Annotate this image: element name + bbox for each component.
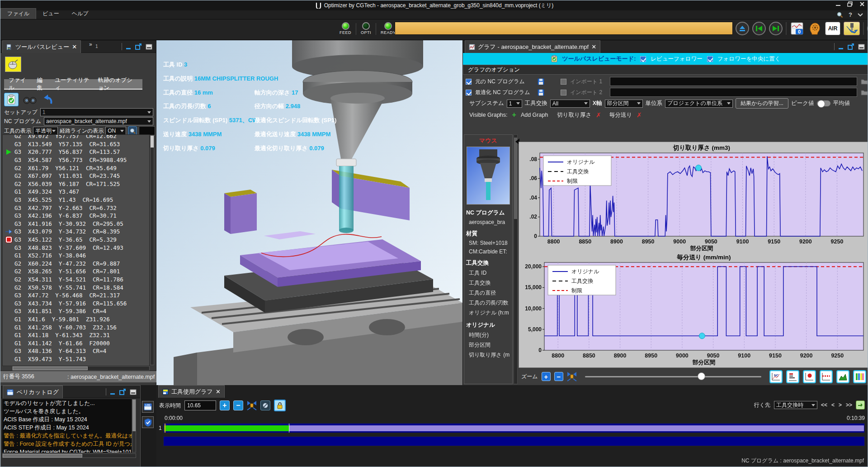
graph-type-dashes-button[interactable] bbox=[820, 370, 833, 383]
gcode-row[interactable]: G3 X41.851 Y-59.386 CR=4 bbox=[3, 307, 149, 315]
no-zoom-button[interactable] bbox=[260, 400, 270, 410]
review-menu-item[interactable]: 軌跡のオプション bbox=[98, 76, 138, 92]
gcode-hscrollbar[interactable] bbox=[12, 366, 150, 371]
import1-checkbox[interactable] bbox=[561, 79, 566, 85]
save-icon[interactable] bbox=[538, 89, 544, 96]
timeline-nav-button[interactable]: << bbox=[821, 402, 827, 408]
log-vscrollbar[interactable] bbox=[132, 399, 136, 453]
graph-options-header[interactable]: グラフのオプション bbox=[463, 65, 868, 75]
sidebar-scrollbar[interactable] bbox=[514, 134, 518, 384]
tool-display-select[interactable]: 半透明 bbox=[33, 127, 58, 135]
folder-icon[interactable] bbox=[861, 89, 868, 95]
gcode-row[interactable]: G1 X52.716 Y-38.046 bbox=[3, 252, 149, 260]
chart-thickness[interactable]: 8800885089008950900090509100915092009250… bbox=[521, 144, 867, 253]
gcode-row[interactable]: G1 X41.142 Y-61.66 F20000 bbox=[3, 339, 149, 347]
tab-vericut-log[interactable]: LOG ベリカットログ bbox=[3, 386, 63, 398]
tool-arrow-icon[interactable] bbox=[844, 22, 860, 35]
add-graph-icon[interactable]: + bbox=[512, 111, 516, 119]
chart-feedrate[interactable]: 8800885089008950900090509100915092009250… bbox=[521, 253, 867, 367]
gcode-row[interactable]: G3 X48.136 Y-64.313 CR=4 bbox=[3, 347, 149, 355]
gcode-row[interactable]: G1 X41.258 Y-60.703 Z32.156 bbox=[3, 323, 149, 331]
minimize-icon[interactable] bbox=[835, 1, 841, 7]
units-select[interactable]: プロジェクトの単位系 bbox=[665, 100, 733, 108]
review-menu-item[interactable]: ファイル bbox=[9, 76, 28, 92]
panel-restore-icon[interactable] bbox=[858, 44, 865, 50]
review-menu-item[interactable]: ユーティリティ bbox=[55, 76, 90, 92]
subsystem-select[interactable]: 1 bbox=[507, 100, 522, 108]
import2-field[interactable] bbox=[610, 88, 857, 97]
gcode-row[interactable]: G1 X59.473 Y-51.743 bbox=[3, 355, 149, 363]
peak-average-toggle[interactable] bbox=[817, 100, 830, 106]
save-icon[interactable] bbox=[538, 78, 544, 85]
timeline-cursor[interactable] bbox=[165, 424, 165, 433]
log-view-button[interactable]: LOG bbox=[142, 401, 154, 413]
learn-head-icon[interactable] bbox=[807, 21, 822, 36]
toolchange-select[interactable]: All bbox=[550, 100, 590, 108]
panel-popout-icon[interactable] bbox=[848, 43, 854, 50]
simulation-viewport[interactable]: 工具 ID 3工具の説明 16MM CHIPSPLITTER ROUGH工具の直… bbox=[156, 40, 462, 385]
gcode-row[interactable]: G3 X42.196 Y-6.837 CR=30.71 bbox=[3, 212, 149, 220]
gcode-row[interactable]: G3 X13.549 Y57.135 CR=31.653 bbox=[3, 140, 149, 148]
gcode-row[interactable]: G2 X61.79 Y56.121 CR=35.649 bbox=[3, 164, 149, 172]
tab-graph[interactable]: グラフ - aerospace_bracket_alternate.mpf ✕ bbox=[465, 40, 600, 53]
panel-minimize-icon[interactable] bbox=[838, 44, 844, 50]
learn-from-results-button[interactable]: 結果からの学習... bbox=[736, 98, 788, 109]
setup-select[interactable]: 1 bbox=[40, 108, 153, 116]
graph-type-report-button[interactable] bbox=[786, 370, 799, 383]
goto-select[interactable]: 工具交換時 bbox=[774, 401, 817, 409]
chevron-down-icon[interactable] bbox=[858, 13, 863, 17]
nc-program-select[interactable]: aerospace_bracket_alternate.mpf bbox=[44, 117, 153, 125]
menu-file[interactable]: ファイル bbox=[0, 8, 36, 19]
zoom-slider[interactable] bbox=[585, 376, 761, 377]
zoom-slider-thumb[interactable] bbox=[698, 372, 705, 380]
mouse-mode-button[interactable] bbox=[5, 57, 21, 72]
search-binoculars-icon[interactable] bbox=[23, 95, 37, 105]
undo-icon[interactable] bbox=[41, 94, 54, 105]
tab-tool-usage[interactable]: 工具使用グラフ ✕ bbox=[158, 385, 225, 398]
timeline-nav-button[interactable]: < bbox=[831, 402, 835, 408]
eject-button[interactable] bbox=[736, 22, 749, 35]
gcode-row[interactable]: G2 X60.224 Y-47.232 CR=9.887 bbox=[3, 260, 149, 268]
graph-type-area-button[interactable] bbox=[836, 370, 849, 383]
path-display-select[interactable]: ON bbox=[105, 127, 126, 135]
menu-help[interactable]: ヘルプ bbox=[66, 9, 95, 19]
xaxis-select[interactable]: 部分区間 bbox=[605, 100, 643, 108]
timeline-nav-button[interactable]: > bbox=[839, 402, 842, 408]
remove-graph2-icon[interactable]: ✗ bbox=[637, 111, 642, 119]
log-body[interactable]: モデルのリセットが完了しました...ツールパスを巻き戻しました。ACIS Bas… bbox=[2, 399, 132, 453]
optimized-nc-checkbox[interactable] bbox=[466, 90, 472, 95]
close-icon[interactable] bbox=[859, 1, 865, 7]
timeline-fit-icon[interactable] bbox=[247, 400, 257, 410]
gcode-row[interactable]: G3 X47.72 Y-56.468 CR=21.317 bbox=[3, 291, 149, 300]
gcode-row[interactable]: G1 X49.324 Y3.467 bbox=[3, 188, 149, 196]
tab-overflow-icon[interactable]: » bbox=[89, 41, 92, 48]
tab-toolpath-review[interactable]: NC ツールパスレビュー ✕ bbox=[2, 40, 81, 53]
gcode-row[interactable]: G2 X50.578 Y-55.741 CR=18.584 bbox=[3, 283, 149, 291]
zoom-out-button[interactable]: − bbox=[554, 372, 563, 381]
air-button[interactable]: AIR bbox=[825, 22, 840, 35]
gcode-row[interactable]: G2 X54.311 Y-54.521 CR=11.786 bbox=[3, 276, 149, 284]
gcode-row[interactable]: G1 X41.6 Y-59.801 Z31.926 bbox=[3, 315, 149, 324]
help-icon[interactable]: ? bbox=[849, 11, 852, 18]
zoom-search-button[interactable] bbox=[128, 126, 137, 135]
original-nc-checkbox[interactable] bbox=[466, 79, 472, 85]
gcode-row[interactable]: G3 X54.587 Y56.773 CR=3988.495 bbox=[3, 156, 149, 164]
review-active-button[interactable] bbox=[4, 93, 19, 106]
center-follower-checkbox[interactable] bbox=[707, 56, 713, 62]
panel-restore-icon[interactable] bbox=[146, 44, 152, 50]
graph-type-bars-button[interactable] bbox=[853, 370, 866, 383]
gcode-row[interactable]: G2 X56.039 Y6.187 CR=171.525 bbox=[3, 180, 149, 188]
gcode-row[interactable]: G3 X45.525 Y1.43 CR=16.695 bbox=[3, 196, 149, 204]
panel-popout-icon[interactable] bbox=[119, 389, 126, 395]
skip-forward-button[interactable] bbox=[769, 22, 783, 35]
log-hscrollbar[interactable] bbox=[2, 453, 136, 458]
restore-icon[interactable] bbox=[847, 1, 853, 7]
gcode-row[interactable]: G2 X9.072 Y57.757 CR=12.662 bbox=[3, 134, 149, 140]
gcode-row[interactable]: G3 X20.777 Y56.837 CR=113.57 bbox=[3, 148, 149, 156]
close-tab-icon[interactable]: ✕ bbox=[216, 388, 221, 395]
panel-minimize-icon[interactable] bbox=[110, 389, 116, 395]
import1-field[interactable] bbox=[610, 77, 857, 86]
tool-preview-image[interactable] bbox=[467, 147, 510, 205]
gcode-row[interactable]: G3 X41.916 Y-30.932 CR=295.05 bbox=[3, 220, 149, 228]
timeline-row1[interactable] bbox=[163, 423, 865, 433]
